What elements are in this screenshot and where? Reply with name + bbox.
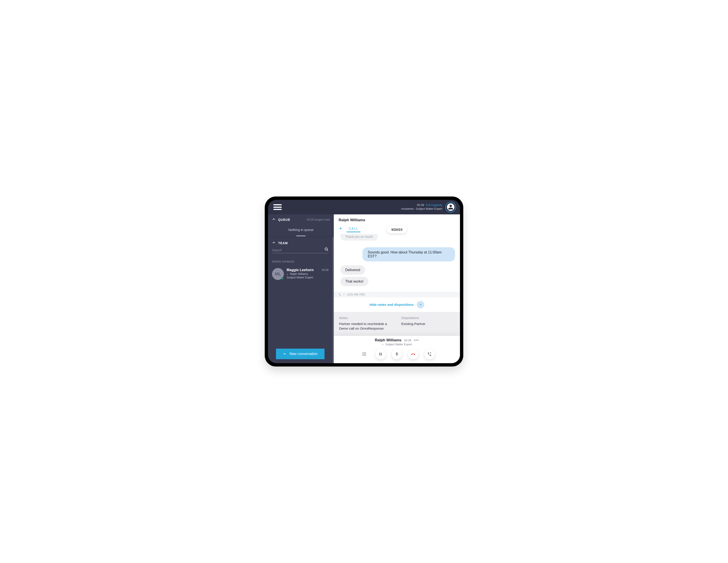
svg-line-1: [327, 250, 328, 251]
contact-with: Ralph Williams: [290, 272, 308, 275]
dispositions-heading: Dispositions: [401, 316, 455, 320]
svg-point-11: [364, 354, 365, 355]
dispositions-column: Dispositions Existing Partner: [401, 316, 455, 331]
queue-title: QUEUE: [278, 218, 290, 221]
microphone-icon: [395, 352, 399, 356]
tab-call[interactable]: CALL: [347, 225, 360, 232]
queue-section: QUEUE 00:00 longest wait Nothing in queu…: [268, 214, 334, 237]
svg-line-6: [382, 344, 383, 345]
person-icon: [448, 204, 454, 210]
mute-button[interactable]: [392, 349, 402, 359]
header-status: 00:39 Full Capacity Answered - Subject M…: [401, 203, 442, 211]
team-section: TEAM Active contacts ML: [268, 237, 334, 363]
svg-point-0: [325, 248, 327, 250]
svg-point-14: [364, 355, 365, 356]
contact-avatar: ML: [272, 268, 284, 280]
plus-icon: [339, 226, 343, 230]
chevron-up-icon[interactable]: [272, 217, 276, 222]
team-title: TEAM: [278, 241, 288, 245]
svg-line-5: [344, 294, 345, 295]
main-panel: Ralph Williams CALL 9/20/23 Thank you so…: [334, 214, 460, 363]
svg-point-7: [362, 352, 363, 353]
header-timer: 00:39: [417, 203, 424, 207]
message-bubble-cutoff: Thank you so much!: [340, 234, 378, 241]
header-right: 00:39 Full Capacity Answered - Subject M…: [401, 202, 456, 212]
keypad-button[interactable]: [359, 349, 369, 359]
inbound-arrow-icon: [343, 293, 345, 296]
contact-role: Subject Matter Expert: [287, 276, 313, 279]
message-bubble-incoming: That works!: [340, 277, 368, 286]
call-controls: [334, 349, 460, 359]
search-input[interactable]: [272, 248, 323, 252]
svg-point-13: [362, 355, 363, 356]
transfer-call-icon: [427, 352, 432, 356]
notes-column: Notes Partner needed to reschedule a Dem…: [339, 316, 392, 331]
contact-initials: ML: [275, 271, 281, 276]
svg-rect-16: [379, 353, 380, 356]
inbound-arrow-icon: [287, 273, 289, 275]
call-role: Subject Matter Export: [385, 343, 412, 346]
message-bubble-outgoing: Sounds good. How about Thursday at 11:00…: [362, 247, 455, 261]
call-more-button[interactable]: •••: [414, 338, 419, 342]
dispositions-text: Existing Partner: [401, 322, 455, 326]
notes-heading: Notes: [339, 316, 392, 320]
app-screen: 00:39 Full Capacity Answered - Subject M…: [268, 200, 460, 363]
svg-line-2: [287, 273, 288, 274]
toggle-notes-button[interactable]: Hide notes and dispositions: [334, 298, 460, 312]
svg-rect-17: [381, 353, 382, 356]
sidebar: QUEUE 00:00 longest wait Nothing in queu…: [268, 214, 334, 363]
hangup-icon: [411, 352, 415, 356]
phone-icon: [339, 293, 341, 296]
phone-info-strip: (123) 456-7891: [334, 292, 460, 298]
hamburger-menu-icon[interactable]: [273, 204, 282, 210]
svg-point-8: [364, 352, 365, 353]
profile-avatar[interactable]: [445, 202, 456, 212]
pause-icon: [378, 352, 383, 356]
contact-name: Maggie Leehorn: [287, 268, 314, 272]
svg-point-9: [365, 352, 366, 353]
conversation-title: Ralph Williams: [339, 218, 455, 222]
inbound-arrow-icon: [382, 343, 384, 346]
hangup-button[interactable]: [408, 349, 418, 359]
contact-card[interactable]: ML Maggie Leehorn 00:39 Ralph Williams: [272, 268, 328, 280]
notes-dispositions-panel: Notes Partner needed to reschedule a Dem…: [334, 312, 460, 336]
chevron-up-icon: [419, 303, 422, 306]
queue-wait-label: 00:00 longest wait: [307, 218, 330, 221]
call-timer: 00:39: [404, 339, 411, 342]
header-capacity[interactable]: Full Capacity: [426, 203, 442, 207]
chevron-up-icon[interactable]: [272, 241, 276, 245]
new-conversation-button[interactable]: New conversation: [276, 349, 325, 359]
transfer-button[interactable]: [424, 349, 435, 359]
app-header: 00:39 Full Capacity Answered - Subject M…: [268, 200, 460, 214]
presence-indicator-icon: [281, 277, 284, 280]
svg-point-15: [365, 355, 366, 356]
device-frame: 00:39 Full Capacity Answered - Subject M…: [265, 196, 463, 367]
search-icon[interactable]: [325, 247, 328, 252]
contact-timer: 00:39: [322, 268, 328, 271]
call-bar: Ralph Williams 00:39 ••• Subject Matter …: [334, 336, 460, 363]
hold-button[interactable]: [375, 349, 386, 359]
message-bubble-status: Delivered: [340, 265, 365, 274]
toggle-notes-label: Hide notes and dispositions: [370, 303, 414, 307]
call-contact-name: Ralph Williams: [375, 338, 402, 343]
new-conversation-label: New conversation: [289, 352, 317, 356]
add-tab-button[interactable]: [339, 226, 343, 231]
header-status-line: Answered - Subject Matter Expert: [401, 207, 442, 211]
queue-empty-text: Nothing in queue: [272, 228, 330, 231]
active-contacts-label: Active contacts: [272, 259, 328, 263]
notes-text: Partner needed to reschedule a Demo call…: [339, 322, 392, 331]
chevron-up-icon: [283, 352, 286, 356]
svg-point-12: [365, 354, 366, 355]
svg-point-10: [362, 354, 363, 355]
keypad-icon: [362, 352, 366, 356]
phone-number: (123) 456-7891: [347, 293, 365, 296]
drag-handle[interactable]: [296, 235, 306, 236]
chat-area[interactable]: Thank you so much! Sounds good. How abou…: [334, 232, 460, 289]
search-field[interactable]: [272, 247, 328, 253]
